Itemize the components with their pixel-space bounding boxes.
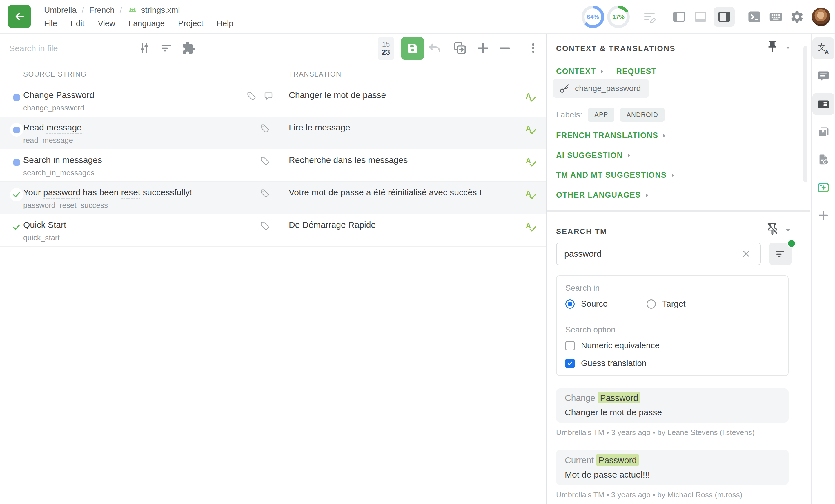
clear-search-icon[interactable]	[741, 249, 752, 259]
tm-search-input[interactable]	[556, 243, 761, 265]
tag-icon[interactable]	[260, 156, 270, 166]
tune-filters-icon[interactable]	[137, 41, 151, 55]
rail-ai-icon[interactable]	[812, 176, 834, 198]
kebab-menu-icon[interactable]	[527, 41, 541, 55]
table-row[interactable]: Read message read_message Lire le messag…	[0, 117, 546, 149]
proofread-icon[interactable]	[643, 9, 657, 24]
tab-request[interactable]: REQUEST	[616, 67, 656, 76]
terminal-icon[interactable]	[747, 9, 762, 24]
gear-icon[interactable]	[790, 9, 804, 24]
rail-file-info-icon[interactable]	[812, 149, 834, 171]
chevron-right-icon	[671, 173, 675, 178]
tag-icon[interactable]	[260, 124, 270, 133]
tm-result-meta: Umbrella's TM • 3 years ago • by Michael…	[556, 490, 742, 499]
rail-translate-icon[interactable]: A	[812, 37, 834, 59]
source-column-header: SOURCE STRING	[23, 70, 86, 78]
search-in-file-input[interactable]	[9, 41, 126, 56]
panel-divider	[547, 210, 810, 212]
breadcrumb-file-label: strings.xml	[141, 5, 180, 15]
panel-title: CONTEXT & TRANSLATIONS	[556, 44, 675, 53]
back-button[interactable]	[7, 5, 31, 28]
rail-screenshots-icon[interactable]	[812, 121, 834, 143]
rail-comments-icon[interactable]	[812, 65, 834, 87]
section-ai-suggestion[interactable]: AI SUGGESTION	[556, 151, 631, 160]
pin-icon[interactable]	[766, 40, 779, 53]
section-other-languages[interactable]: OTHER LANGUAGES	[556, 191, 649, 200]
avatar[interactable]	[812, 7, 830, 26]
keyboard-icon[interactable]	[768, 9, 783, 24]
approval-progress-ring[interactable]: 17%	[607, 5, 630, 28]
table-row[interactable]: Change Password change_password Changer …	[0, 84, 546, 117]
translated-check-icon: A	[525, 188, 536, 201]
translation-progress-ring[interactable]: 64%	[582, 5, 604, 28]
rail-context-panel-icon[interactable]	[812, 93, 834, 115]
string-key: change_password	[23, 103, 84, 112]
tag-icon[interactable]	[260, 221, 270, 231]
string-key: password_reset_success	[23, 201, 108, 210]
source-string: Read message	[23, 123, 82, 132]
unpin-icon[interactable]	[766, 222, 779, 236]
glossary-term: message	[46, 123, 82, 134]
highlighted-match: Password	[597, 392, 640, 403]
section-tm-mt-suggestions[interactable]: TM AND MT SUGGESTIONS	[556, 171, 675, 180]
translation-text: Recherche dans les messages	[289, 155, 408, 165]
panel-caret-icon[interactable]	[785, 45, 791, 50]
menu-help[interactable]: Help	[217, 19, 233, 28]
source-string: Your password has been reset successfull…	[23, 188, 192, 197]
panel-scrollbar[interactable]	[803, 46, 808, 182]
string-key-chip[interactable]: change_password	[553, 79, 649, 98]
tm-result[interactable]: Change Password Changer le mot de passe	[556, 388, 789, 423]
copy-to-next-icon[interactable]	[452, 41, 466, 55]
string-key: quick_start	[23, 233, 60, 242]
tag-icon[interactable]	[247, 91, 257, 101]
top-bar: Umbrella / French / strings.xml File Edi…	[0, 0, 835, 34]
tm-result[interactable]: Current Password Mot de passe actuel!!!	[556, 449, 789, 485]
key-icon	[559, 83, 570, 94]
breadcrumb-separator: /	[82, 5, 84, 15]
translated-check-icon: A	[525, 91, 536, 103]
breadcrumb-project[interactable]: Umbrella	[44, 5, 77, 15]
tm-result-meta: Umbrella's TM • 3 years ago • by Leane S…	[556, 428, 755, 437]
menu-edit[interactable]: Edit	[70, 19, 84, 28]
menu-project[interactable]: Project	[178, 19, 203, 28]
comment-icon[interactable]	[264, 91, 273, 101]
checkbox-guess-translation[interactable]: Guess translation	[565, 358, 647, 368]
table-row[interactable]: Quick Start quick_start De Démarrage Rap…	[0, 214, 546, 247]
layout-left-panel-icon[interactable]	[671, 10, 687, 24]
chevron-right-icon	[662, 133, 666, 138]
layout-right-panel-icon	[717, 10, 732, 24]
checkbox-numeric-equivalence[interactable]: Numeric equivalence	[565, 341, 659, 350]
radio-source[interactable]: Source	[565, 299, 620, 309]
source-string: Quick Start	[23, 220, 66, 230]
filter-icon[interactable]	[160, 41, 174, 55]
tag-icon[interactable]	[260, 189, 270, 198]
puzzle-icon[interactable]	[182, 41, 196, 55]
section-french-translations[interactable]: FRENCH TRANSLATIONS	[556, 131, 666, 140]
search-tm-caret-icon[interactable]	[785, 228, 791, 233]
rail-add-panel-icon[interactable]	[812, 204, 834, 226]
layout-bottom-panel-icon[interactable]	[693, 10, 708, 24]
strings-toolbar: 15 23	[0, 33, 546, 63]
table-header: SOURCE STRING TRANSLATION	[0, 63, 546, 85]
filter-active-badge	[787, 239, 796, 248]
undo-icon[interactable]	[427, 41, 441, 55]
table-row[interactable]: Your password has been reset successfull…	[0, 182, 546, 214]
search-in-label: Search in	[565, 284, 599, 293]
layout-right-panel-toggle[interactable]	[714, 7, 735, 27]
breadcrumb-language[interactable]: French	[89, 5, 115, 15]
menu-language[interactable]: Language	[129, 19, 165, 28]
save-button[interactable]	[401, 37, 424, 60]
translation-text: De Démarrage Rapide	[289, 220, 376, 230]
radio-target[interactable]: Target	[647, 299, 686, 309]
chevron-right-icon	[627, 153, 631, 158]
menu-view[interactable]: View	[98, 19, 115, 28]
translation-text: Changer le mot de passe	[289, 90, 386, 100]
remove-string-icon[interactable]	[497, 41, 511, 55]
tab-context[interactable]: CONTEXT	[556, 67, 604, 76]
menu-file[interactable]: File	[44, 19, 57, 28]
topbar-controls: 64% 17%	[582, 0, 830, 33]
breadcrumb-file[interactable]: strings.xml	[127, 5, 180, 15]
table-row[interactable]: Search in messages search_in_messages Re…	[0, 149, 546, 182]
chevron-right-icon	[645, 193, 649, 198]
add-string-icon[interactable]	[476, 41, 490, 55]
